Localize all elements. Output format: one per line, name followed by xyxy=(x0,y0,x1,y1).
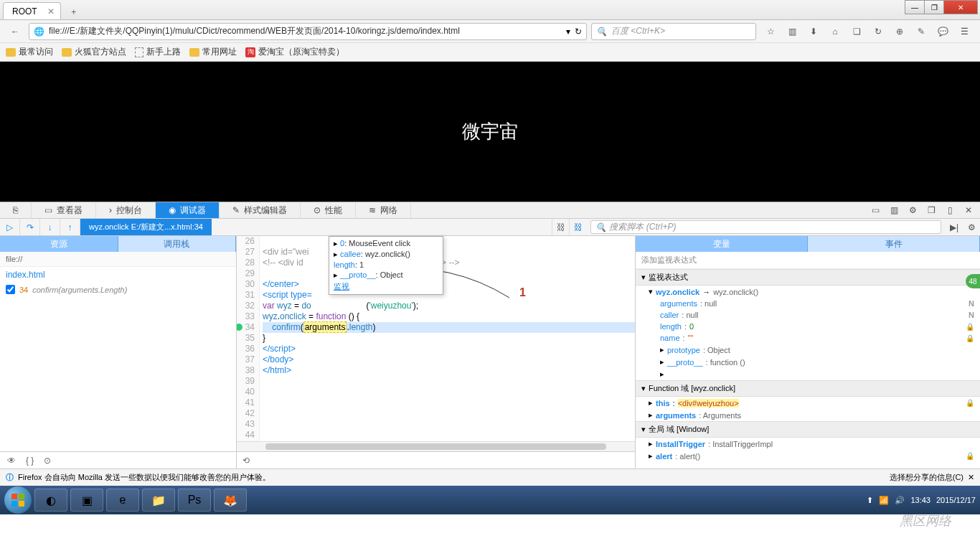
code-line[interactable]: } xyxy=(263,333,635,344)
toolbar-icon[interactable]: ↻ xyxy=(872,27,884,37)
taskbar-item[interactable]: Ps xyxy=(178,489,211,512)
taskbar-item[interactable]: 📁 xyxy=(142,489,175,512)
debug-step-button[interactable]: ▷ xyxy=(0,219,20,235)
code-line[interactable]: confirm(arguments.length) xyxy=(263,322,635,333)
chain-icon[interactable]: ⛓ xyxy=(569,219,586,235)
code-line[interactable]: wyz.onclick = function () { xyxy=(263,311,635,322)
devtools-tab[interactable]: ⊙性能 xyxy=(301,202,356,218)
line-number[interactable]: 31 xyxy=(237,290,255,301)
code-line[interactable]: <!-- <div id hild_p">微宇宙</p></div> --> xyxy=(263,258,635,268)
devtools-tab[interactable]: ▭查看器 xyxy=(32,202,96,218)
line-number[interactable]: 32 xyxy=(237,301,255,311)
code-line[interactable] xyxy=(263,236,635,247)
line-number[interactable]: 29 xyxy=(237,268,255,279)
back-button[interactable]: ← xyxy=(6,22,24,41)
scope-header-global[interactable]: ▾ 全局 域 [Window] xyxy=(636,421,980,438)
scope-global-row[interactable]: ▸ InstallTrigger: InstallTriggerImpl xyxy=(636,438,980,450)
code-line[interactable] xyxy=(263,387,635,397)
search-bar[interactable]: 🔍 百度 <Ctrl+K> xyxy=(591,23,756,40)
breakpoint-item[interactable]: 34 confirm(arguments.Length) xyxy=(0,283,236,296)
toolbar-icon[interactable]: ⌂ xyxy=(829,27,841,37)
line-number[interactable]: 37 xyxy=(237,354,255,365)
scope-property-row[interactable]: ▸ prototype: Object xyxy=(636,344,980,356)
toolbar-icon[interactable]: ☰ xyxy=(958,27,970,37)
watch-row[interactable]: ▾ wyz.onclick → wyz.onclick() xyxy=(636,286,980,298)
line-number[interactable]: 42 xyxy=(237,408,255,419)
tray-item[interactable]: 📶 xyxy=(879,496,889,505)
sources-tab-callstack[interactable]: 调用栈 xyxy=(118,236,237,252)
sources-footer-icon[interactable]: ⊙ xyxy=(44,456,51,466)
stack-frame[interactable]: wyz.onclick E:/新建文...x.html:34 xyxy=(80,219,212,235)
line-number[interactable]: 41 xyxy=(237,397,255,408)
line-number[interactable]: 35 xyxy=(237,333,255,344)
line-number[interactable]: 38 xyxy=(237,365,255,376)
tooltip-watch-link[interactable]: 监视 xyxy=(329,281,443,293)
devtools-icon[interactable]: ❐ xyxy=(925,205,937,215)
scope-global-row[interactable]: ▸ alert: alert()🔒 xyxy=(636,450,980,462)
devtools-tab[interactable]: ›控制台 xyxy=(96,202,156,218)
system-tray[interactable]: ⬆📶🔊13:432015/12/17 xyxy=(867,496,976,505)
toolbar-icon[interactable]: ✎ xyxy=(915,27,927,37)
tray-item[interactable]: 13:43 xyxy=(910,496,930,504)
devtools-icon[interactable]: ▥ xyxy=(888,205,900,215)
tray-item[interactable]: 🔊 xyxy=(895,496,905,505)
line-number[interactable]: 30 xyxy=(237,279,255,290)
browser-tab[interactable]: ROOT ✕ xyxy=(3,2,61,19)
url-bar[interactable]: 🌐 file:///E:/新建文件夹/QQPinyin(1)/mulu/CDic… xyxy=(29,23,587,40)
devtools-icon[interactable]: ▭ xyxy=(870,205,881,215)
scope-property-row[interactable]: arguments: nullN xyxy=(636,298,980,309)
window-maximize[interactable]: ❐ xyxy=(924,0,944,14)
status-close-icon[interactable]: ✕ xyxy=(968,473,974,482)
start-button[interactable] xyxy=(4,486,32,514)
bookmark-item[interactable]: 淘爱淘宝（原淘宝特卖） xyxy=(245,46,344,58)
devtools-tab[interactable]: ◉调试器 xyxy=(156,202,220,218)
window-close[interactable]: ✕ xyxy=(943,0,978,14)
code-line[interactable]: <div id="wei xyxy=(263,247,635,258)
scope-property-row[interactable]: ▸ __proto__: function () xyxy=(636,356,980,368)
line-number[interactable]: 44 xyxy=(237,430,255,441)
toolbar-icon[interactable]: ⬇ xyxy=(808,27,819,37)
horizontal-scrollbar[interactable] xyxy=(237,441,635,451)
code-line[interactable] xyxy=(263,397,635,408)
bookmark-item[interactable]: 最常访问 xyxy=(6,46,53,58)
reload-icon[interactable]: ↻ xyxy=(575,27,582,37)
notification-badge[interactable]: 48 xyxy=(966,274,980,288)
code-line[interactable]: </script> xyxy=(263,344,635,354)
sources-footer-icon[interactable]: { } xyxy=(26,456,34,466)
line-number[interactable]: 33 xyxy=(237,311,255,322)
tab-close-icon[interactable]: ✕ xyxy=(47,6,55,17)
scopes-tab-variables[interactable]: 变量 xyxy=(636,236,808,252)
devtools-tab[interactable]: ⎘ xyxy=(0,202,32,218)
scope-arguments-row[interactable]: ▸ arguments : Arguments xyxy=(636,409,980,421)
taskbar-item[interactable]: e xyxy=(106,489,139,512)
devtools-tab[interactable]: ✎样式编辑器 xyxy=(220,202,301,218)
page-content[interactable]: 微宇宙 xyxy=(0,62,980,202)
line-number[interactable]: 26 xyxy=(237,236,255,247)
debug-step-button[interactable]: ↷ xyxy=(20,219,40,235)
toolbar-icon[interactable]: ⊕ xyxy=(894,27,905,37)
toolbar-icon[interactable]: 💬 xyxy=(937,27,948,37)
code-line[interactable]: var wyz = do ('weiyuzhou'); xyxy=(263,301,635,311)
devtools-tab[interactable]: ≋网络 xyxy=(356,202,411,218)
toggle-sidebar-icon[interactable]: ▶| xyxy=(946,219,963,235)
toolbar-icon[interactable]: ▥ xyxy=(786,27,798,37)
code-line[interactable]: </html> xyxy=(263,365,635,376)
code-line[interactable] xyxy=(263,408,635,419)
window-minimize[interactable]: — xyxy=(905,0,925,14)
code-line[interactable] xyxy=(263,430,635,441)
scope-this-row[interactable]: ▸ this : <div#weiyuzhou> 🔒 xyxy=(636,397,980,409)
script-search[interactable]: 🔍 搜索脚本 (Ctrl+P) xyxy=(590,220,941,234)
scope-header-watch[interactable]: ▾ 监视表达式 xyxy=(636,269,980,286)
file-item[interactable]: index.html xyxy=(0,267,236,283)
scope-property-row[interactable]: caller: nullN xyxy=(636,309,980,321)
code-line[interactable]: </center> xyxy=(263,279,635,290)
debug-settings-icon[interactable]: ⚙ xyxy=(963,219,980,235)
code-line[interactable] xyxy=(263,376,635,387)
bookmark-item[interactable]: 新手上路 xyxy=(135,46,181,58)
line-number[interactable]: 28 xyxy=(237,258,255,268)
scope-property-row[interactable]: ▸ xyxy=(636,368,980,380)
code-line[interactable]: <script type= xyxy=(263,290,635,301)
debug-step-button[interactable]: ↑ xyxy=(60,219,80,235)
scope-header-function[interactable]: ▾ Function 域 [wyz.onclick] xyxy=(636,380,980,397)
breakpoint-checkbox[interactable] xyxy=(6,285,15,294)
